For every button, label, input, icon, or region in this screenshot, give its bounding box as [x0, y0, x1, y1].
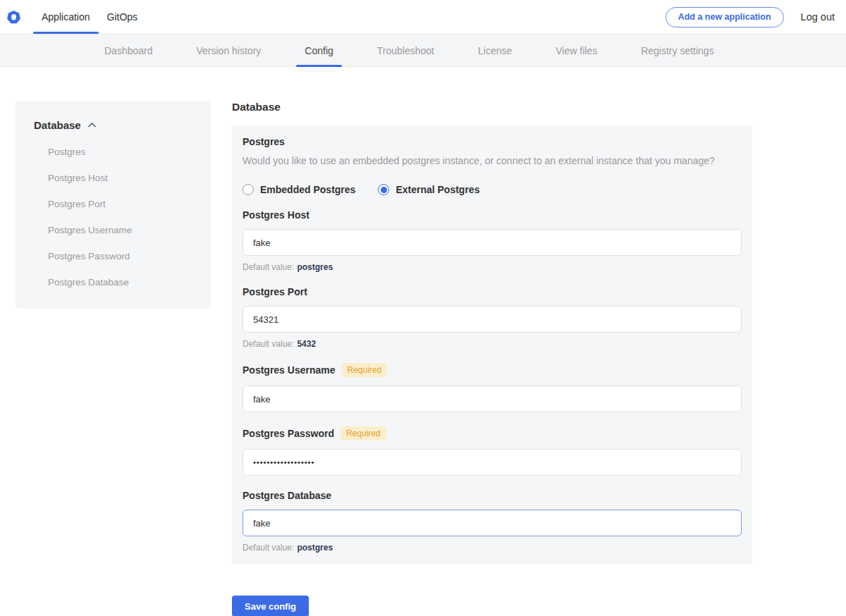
config-item-postgres: Postgres Would you like to use an embedd…	[243, 136, 742, 195]
subnav-tab-license[interactable]: License	[470, 35, 520, 66]
config-group-heading: Database	[232, 101, 752, 113]
postgres-item-title: Postgres	[243, 136, 742, 147]
sidebar-item-postgres-password[interactable]: Postgres Password	[34, 251, 197, 261]
field-postgres-port: Postgres Port Default value:5432	[243, 286, 742, 349]
topnav-right: Add a new application Log out	[666, 0, 846, 34]
add-new-application-button[interactable]: Add a new application	[666, 7, 784, 27]
postgres-password-label: Postgres Password	[243, 428, 334, 439]
app-logo[interactable]	[7, 0, 33, 34]
sidebar-item-postgres-database[interactable]: Postgres Database	[34, 277, 197, 288]
sidebar-item-postgres-host[interactable]: Postgres Host	[34, 173, 197, 183]
field-postgres-username: Postgres Username Required	[243, 363, 742, 412]
sidebar-group-database[interactable]: Database	[34, 119, 197, 131]
logout-button[interactable]: Log out	[801, 11, 835, 23]
postgres-database-input[interactable]	[243, 510, 742, 536]
required-badge: Required	[342, 363, 388, 377]
config-page: Database Postgres Postgres Host Postgres…	[0, 67, 846, 616]
postgres-port-input[interactable]	[243, 306, 742, 333]
postgres-host-input[interactable]	[243, 229, 742, 256]
subnav-tab-dashboard[interactable]: Dashboard	[96, 35, 161, 66]
postgres-port-helper: Default value:5432	[243, 339, 742, 349]
subnav-tab-troubleshoot[interactable]: Troubleshoot	[369, 35, 443, 66]
subnav-tab-view-files[interactable]: View files	[547, 35, 606, 66]
radio-external-postgres[interactable]: External Postgres	[378, 184, 479, 195]
sidebar-item-postgres[interactable]: Postgres	[34, 147, 197, 157]
field-postgres-database: Postgres Database Default value:postgres	[243, 490, 742, 553]
postgres-host-label: Postgres Host	[243, 209, 309, 221]
chevron-up-icon	[87, 122, 97, 128]
kots-logo-icon	[7, 11, 20, 24]
topnav-tabs: Application GitOps	[33, 0, 146, 34]
config-main: Database Postgres Would you like to use …	[232, 101, 752, 616]
save-config-button[interactable]: Save config	[232, 596, 309, 616]
topnav-tab-gitops[interactable]: GitOps	[99, 0, 147, 34]
radio-embedded-postgres[interactable]: Embedded Postgres	[243, 184, 355, 195]
config-sidebar: Database Postgres Postgres Host Postgres…	[16, 101, 211, 309]
radio-selected-icon	[378, 184, 389, 195]
postgres-port-label: Postgres Port	[243, 286, 307, 297]
topnav-tab-application[interactable]: Application	[33, 0, 99, 34]
sidebar-item-list: Postgres Postgres Host Postgres Port Pos…	[34, 147, 197, 288]
subnav-tab-config[interactable]: Config	[296, 35, 341, 66]
sidebar-item-postgres-username[interactable]: Postgres Username	[34, 225, 197, 235]
subnav-tab-version-history[interactable]: Version history	[188, 35, 270, 66]
sidebar-item-postgres-port[interactable]: Postgres Port	[34, 199, 197, 209]
postgres-database-helper: Default value:postgres	[243, 543, 742, 553]
field-postgres-password: Postgres Password Required	[243, 426, 742, 476]
top-navbar: Application GitOps Add a new application…	[0, 0, 846, 34]
subnav-tab-registry-settings[interactable]: Registry settings	[632, 35, 722, 66]
postgres-username-label: Postgres Username	[243, 364, 336, 376]
app-subnav: Dashboard Version history Config Trouble…	[0, 34, 846, 67]
postgres-username-input[interactable]	[243, 386, 742, 412]
postgres-password-input[interactable]	[243, 449, 742, 476]
postgres-item-description: Would you like to use an embedded postgr…	[243, 155, 742, 166]
config-group-panel: Postgres Would you like to use an embedd…	[232, 125, 752, 564]
postgres-host-helper: Default value:postgres	[243, 262, 742, 272]
field-postgres-host: Postgres Host Default value:postgres	[243, 209, 742, 272]
sidebar-group-label: Database	[34, 119, 81, 131]
radio-unselected-icon	[243, 184, 254, 195]
postgres-database-label: Postgres Database	[243, 490, 331, 501]
postgres-radio-group: Embedded Postgres External Postgres	[243, 184, 742, 195]
required-badge: Required	[341, 426, 386, 441]
